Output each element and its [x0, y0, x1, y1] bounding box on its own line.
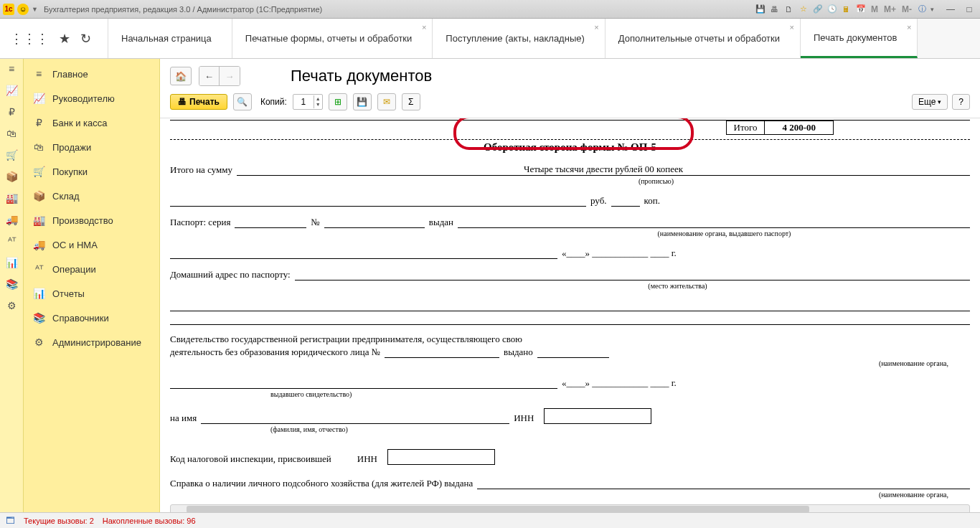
sum-button[interactable]: Σ — [402, 93, 420, 110]
sidebar-item-os-nma[interactable]: 🚚ОС и НМА — [24, 232, 159, 257]
tab-additional-reports[interactable]: Дополнительные отчеты и обработки× — [606, 19, 801, 58]
mini-reports-icon[interactable]: 📊 — [5, 257, 18, 268]
sidebar-item-manager[interactable]: 📈Руководителю — [24, 86, 159, 110]
page-title: Печать документов — [291, 67, 432, 85]
cert-line2 — [170, 377, 557, 389]
status-icon[interactable]: 🗔 — [6, 515, 15, 526]
mini-main-icon[interactable]: ≡ — [5, 63, 18, 75]
inn-label: ИНН — [514, 412, 534, 424]
mini-bank-icon[interactable]: ₽ — [5, 106, 18, 118]
calendar-icon[interactable]: 📅 — [855, 4, 867, 15]
more-button[interactable]: Еще▾ — [912, 94, 948, 110]
tab-label: Поступление (акты, накладные) — [446, 33, 584, 44]
total-sub: (прописью) — [342, 177, 970, 185]
statusbar: 🗔 Текущие вызовы: 2 Накопленные вызовы: … — [0, 512, 980, 528]
tab-print-documents[interactable]: Печать документов× — [801, 19, 918, 58]
preview-button[interactable]: 🔍 — [233, 93, 252, 110]
save-icon[interactable]: 💾 — [755, 4, 766, 15]
passport-number — [324, 217, 425, 228]
close-icon[interactable]: × — [422, 23, 426, 32]
clock-icon[interactable]: 🕓 — [826, 4, 838, 15]
kop-label: коп. — [644, 195, 660, 207]
spin-up-icon[interactable]: ▲ — [316, 96, 321, 102]
copies-input[interactable] — [293, 97, 314, 107]
help-button[interactable]: ? — [952, 94, 970, 110]
passport-date: «____» ____________ ____ г. — [562, 248, 677, 259]
favorites-star-icon[interactable]: ★ — [59, 31, 70, 47]
sidebar-item-production[interactable]: 🏭Производство — [24, 208, 159, 232]
main-area: 🏠 ← → Печать документов 🖶Печать 🔍 Копий:… — [160, 59, 980, 512]
close-icon[interactable]: × — [907, 23, 911, 32]
sidebar-item-label: Производство — [52, 215, 113, 226]
cert-text1: Свидетельство государственной регистраци… — [170, 334, 970, 345]
sidebar-item-admin[interactable]: ⚙Администрирование — [24, 330, 159, 354]
back-button[interactable]: ← — [199, 67, 220, 85]
mini-chart-icon[interactable]: 📈 — [5, 85, 18, 96]
household-line — [477, 478, 970, 489]
tab-label: Печать документов — [814, 32, 897, 43]
m-button[interactable]: M — [870, 4, 880, 14]
sidebar-item-reports[interactable]: 📊Отчеты — [24, 281, 159, 306]
spin-down-icon[interactable]: ▼ — [316, 102, 321, 108]
preview-icon[interactable]: 🗋 — [783, 4, 795, 15]
address-label: Домашний адрес по паспорту: — [170, 269, 291, 280]
help-label: ? — [958, 97, 963, 107]
template-button[interactable]: ⊞ — [329, 93, 347, 110]
tab-home[interactable]: Начальная страница — [108, 19, 232, 58]
close-icon[interactable]: × — [790, 23, 794, 32]
total-box: Итого 4 200-00 — [726, 121, 834, 135]
passport-line2 — [170, 248, 557, 259]
cert-issued-label: выдано — [504, 346, 533, 358]
form-title: Оборотная сторона формы № ОП-5 — [170, 141, 970, 154]
print-icon[interactable]: 🖶 — [769, 4, 781, 15]
dropdown-icon[interactable]: ▼ — [32, 6, 38, 13]
m-plus-button[interactable]: M+ — [882, 4, 897, 14]
maximize-button[interactable]: □ — [961, 4, 977, 15]
mini-sales-icon[interactable]: 🛍 — [5, 128, 18, 139]
sidebar-item-main[interactable]: ≡Главное — [24, 62, 159, 86]
mini-os-icon[interactable]: 🚚 — [5, 214, 18, 225]
home-button[interactable]: 🏠 — [170, 67, 192, 85]
tab-receipts[interactable]: Поступление (акты, накладные)× — [433, 19, 605, 58]
minimize-button[interactable]: — — [943, 4, 958, 15]
document-scroll[interactable]: Итого 4 200-00 Оборотная сторона формы №… — [160, 118, 980, 512]
close-icon[interactable]: × — [594, 23, 598, 32]
accumulated-calls: Накопленные вызовы: 96 — [103, 517, 196, 525]
apps-icon[interactable]: ⋮⋮⋮ — [10, 31, 49, 47]
forward-button[interactable]: → — [220, 67, 240, 85]
scrollbar-thumb[interactable] — [187, 506, 809, 512]
tab-print-forms[interactable]: Печатные формы, отчеты и обработки× — [232, 19, 433, 58]
save-disk-button[interactable]: 💾 — [353, 93, 372, 110]
passport-issued-label: выдан — [429, 217, 453, 228]
star-icon[interactable]: ☆ — [798, 4, 809, 15]
mini-ops-icon[interactable]: ᴬᵀ — [5, 235, 18, 247]
calc-icon[interactable]: 🖩 — [841, 4, 852, 15]
sidebar-item-bank[interactable]: ₽Банк и касса — [24, 110, 159, 135]
sidebar-item-references[interactable]: 📚Справочники — [24, 306, 159, 330]
print-label: Печать — [189, 97, 220, 107]
email-button[interactable]: ✉ — [377, 93, 396, 110]
mini-refs-icon[interactable]: 📚 — [5, 278, 18, 290]
total-words: Четыре тысячи двести рублей 00 копеек — [237, 164, 970, 176]
info-icon[interactable]: ⓘ — [916, 4, 928, 15]
copies-spinner[interactable]: ▲▼ — [293, 94, 323, 110]
link-icon[interactable]: 🔗 — [812, 4, 824, 15]
sidebar-item-sales[interactable]: 🛍Продажи — [24, 135, 159, 159]
sidebar-item-operations[interactable]: ᴬᵀОперации — [24, 257, 159, 281]
tab-label: Печатные формы, отчеты и обработки — [245, 33, 413, 44]
chevron-down-icon: ▾ — [938, 98, 941, 105]
tax-inn-box — [387, 449, 495, 465]
mini-purchase-icon[interactable]: 🛒 — [5, 149, 18, 161]
history-icon[interactable]: ↻ — [80, 31, 91, 47]
cert-text2: деятельность без образования юридическог… — [170, 346, 380, 358]
sidebar-item-stock[interactable]: 📦Склад — [24, 184, 159, 208]
mini-prod-icon[interactable]: 🏭 — [5, 192, 18, 204]
sidebar-item-purchases[interactable]: 🛒Покупки — [24, 159, 159, 184]
info-dd-icon[interactable]: ▾ — [930, 6, 934, 13]
cert-number — [385, 346, 499, 358]
m-minus-button[interactable]: M- — [900, 4, 913, 14]
print-button[interactable]: 🖶Печать — [170, 94, 227, 110]
mini-admin-icon[interactable]: ⚙ — [5, 300, 18, 311]
horizontal-scrollbar[interactable] — [170, 504, 970, 512]
mini-stock-icon[interactable]: 📦 — [5, 171, 18, 182]
